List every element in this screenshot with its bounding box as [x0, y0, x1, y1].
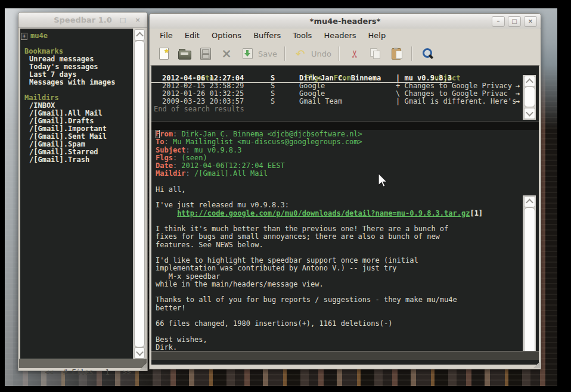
message-body-line [156, 194, 539, 201]
menu-options[interactable]: Options [206, 30, 247, 41]
message-body-line [156, 249, 539, 257]
speedbar-prev-button[interactable]: << [45, 368, 53, 377]
search-button[interactable] [420, 46, 435, 61]
message-body-line [156, 312, 539, 320]
speedbar-item[interactable]: Messages with images [20, 79, 133, 86]
speedbar-scrollbar[interactable] [133, 29, 145, 359]
speedbar-window: Speedbar 1.0 – □ × +mu4e BookmarksUnread… [18, 12, 148, 371]
field-label: Flgs [156, 154, 173, 162]
search-icon [422, 48, 433, 59]
resize-grip[interactable] [532, 360, 540, 368]
field-value: mu v0.9.8.3 [190, 146, 242, 154]
field-value: 2012-04-06T12:27:04 EEST [177, 161, 285, 170]
field-label: Subject [156, 146, 186, 154]
speedbar-root-label[interactable]: mu4e [30, 32, 48, 40]
scrollbar-thumb[interactable] [134, 41, 145, 347]
save-icon [243, 48, 253, 59]
menu-file[interactable]: File [154, 30, 179, 41]
resize-grip[interactable] [139, 362, 147, 370]
message-body-line: http://code.google.com/p/mu0/downloads/d… [156, 210, 539, 217]
speedbar-files-button[interactable]: # Files [63, 368, 94, 377]
dired-button[interactable] [198, 46, 213, 61]
message-body-line: Dirk. [156, 344, 539, 351]
message-body-line: while in the main/headers/message view. [156, 281, 539, 288]
close-buffer-button[interactable]: × [219, 46, 234, 61]
speedbar-next-button[interactable]: >> [123, 368, 131, 377]
field-value: /[Gmail].All Mail [190, 169, 268, 178]
toolbar-separator [284, 46, 286, 61]
undo-button-label[interactable]: Undo [311, 49, 331, 58]
message-body-line [156, 328, 539, 335]
scroll-down-icon[interactable] [134, 347, 145, 359]
scroll-down-icon[interactable] [524, 108, 535, 119]
field-label: Maildir [156, 169, 186, 178]
save-button-label[interactable]: Save [258, 49, 277, 58]
open-file-button[interactable] [177, 46, 193, 61]
message-body-line [156, 288, 539, 296]
message-link[interactable]: http://code.google.com/p/mu0/downloads/d… [177, 209, 470, 217]
undo-icon: ↶ [296, 48, 305, 60]
scrollbar-thumb[interactable] [524, 86, 535, 107]
message-header-line: Date: 2012-04-06T12:27:04 EEST [156, 162, 539, 170]
cut-button[interactable]: ✂ [347, 46, 362, 61]
message-body-line: better! [156, 304, 539, 312]
copy-button[interactable] [368, 46, 383, 61]
maximize-icon[interactable]: □ [117, 15, 129, 24]
menu-help[interactable]: Help [362, 30, 392, 41]
view-scrollbar[interactable] [523, 195, 536, 351]
field-label: Date [156, 161, 173, 170]
text-cursor: F [156, 130, 160, 138]
table-row[interactable]: 2009-03-23 20:03:57SGmail Team| Gmail is… [151, 98, 539, 105]
save-button[interactable] [240, 46, 255, 61]
maximize-icon[interactable]: □ [508, 16, 521, 27]
toolbar-separator [411, 46, 412, 61]
copy-icon [370, 48, 381, 59]
mu4e-titlebar[interactable]: *mu4e-headers* – □ × [150, 14, 541, 29]
speedbar-item[interactable]: /[Gmail].Trash [20, 156, 133, 164]
message-body-line: Thanks to all of you for bug reports / s… [156, 296, 539, 304]
scrollbar-thumb[interactable] [524, 207, 535, 351]
menu-headers[interactable]: Headers [318, 30, 362, 41]
new-file-icon: ★ [159, 48, 169, 60]
view-modeline[interactable]: U:%*-*mu4e-view*Top L1(mu4e:view) [151, 351, 539, 360]
headers-modeline[interactable]: U:%*-*mu4e-headers*All L1(mu4e-headers B… [151, 121, 539, 130]
message-body-line [156, 178, 539, 186]
menu-edit[interactable]: Edit [179, 30, 206, 41]
message-header-line: Maildir: /[Gmail].All Mail [156, 170, 539, 178]
field-label: From [156, 130, 173, 138]
row-date: 2009-03-23 20:03:57 [162, 98, 271, 105]
message-body-line: features. See NEWS below. [156, 241, 539, 249]
file-cabinet-icon [200, 48, 211, 60]
message-body-line: I've just released mu v0.9.8.3: [156, 201, 539, 209]
close-icon[interactable]: × [524, 16, 537, 27]
speedbar-root-line[interactable]: +mu4e [20, 32, 133, 40]
cut-scissors-icon: ✂ [349, 49, 359, 58]
message-body-line [156, 217, 539, 225]
message-body-line: I think it's much better than the previo… [156, 225, 539, 233]
row-from: Gmail Team [299, 98, 396, 105]
headers-pane: DateFlgsFromSubject 2012-04-06 12:27:04S… [151, 66, 539, 121]
row-flags: S [271, 90, 299, 98]
undo-button[interactable]: ↶ [293, 46, 308, 61]
mu4e-window-title: *mu4e-headers* [310, 17, 381, 26]
speedbar-modeline[interactable]: <<# Files1>> [19, 359, 147, 368]
delete-x-icon: × [221, 48, 232, 60]
minimize-icon[interactable]: – [492, 16, 505, 27]
close-icon[interactable]: × [132, 15, 144, 24]
scroll-up-icon[interactable] [524, 196, 535, 207]
toolbar: ★ × Save ↶ Undo ✂ [150, 42, 540, 66]
menu-buffers[interactable]: Buffers [247, 30, 287, 41]
speedbar-titlebar[interactable]: Speedbar 1.0 – □ × [18, 13, 147, 28]
open-folder-icon [178, 51, 191, 60]
end-of-results-text: End of search results [151, 105, 539, 113]
field-label: To [156, 138, 164, 146]
message-header-line: Subject: mu v0.9.8.3 [156, 147, 539, 154]
paste-button[interactable] [389, 46, 404, 61]
scroll-up-icon[interactable] [134, 29, 145, 41]
headers-scrollbar[interactable] [523, 75, 536, 120]
menu-tools[interactable]: Tools [287, 30, 318, 41]
minimize-icon[interactable]: – [102, 15, 114, 24]
new-file-button[interactable]: ★ [156, 46, 172, 61]
scroll-up-icon[interactable] [524, 76, 535, 87]
menu-bar: FileEditOptionsBuffersToolsHeadersHelp [150, 29, 540, 42]
